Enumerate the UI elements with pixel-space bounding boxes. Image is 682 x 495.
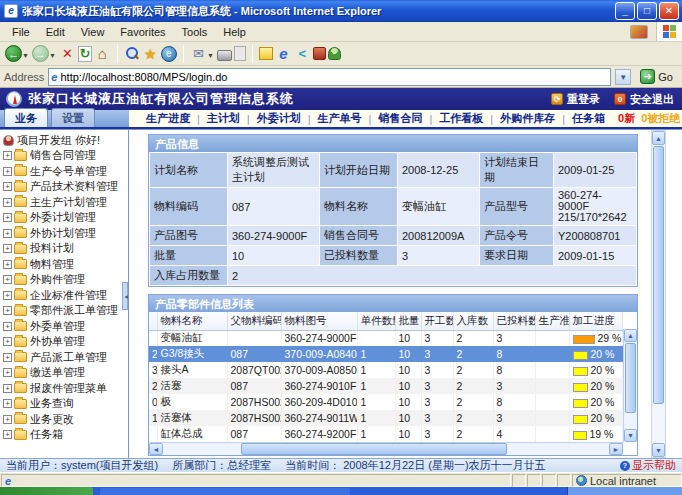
- expand-icon[interactable]: +: [3, 337, 12, 346]
- scroll-up-icon[interactable]: ▲: [624, 329, 637, 342]
- menu-item-file[interactable]: File: [4, 24, 38, 40]
- table-row[interactable]: 2活塞087360-274-9010F11032320 %: [149, 378, 623, 394]
- sidebar-item-7[interactable]: +物料管理: [2, 257, 128, 273]
- sidebar-item-1[interactable]: +生产令号单管理: [2, 164, 128, 180]
- sidebar-item-4[interactable]: +外委计划管理: [2, 210, 128, 226]
- main-vertical-scrollbar[interactable]: ▲ ▼: [651, 130, 666, 458]
- scroll-thumb[interactable]: [653, 146, 664, 404]
- column-header[interactable]: 批量: [395, 312, 421, 330]
- edit-icon[interactable]: [234, 46, 246, 61]
- close-button[interactable]: ✕: [659, 2, 679, 20]
- expand-icon[interactable]: +: [3, 260, 12, 269]
- scroll-left-icon[interactable]: ◄: [149, 443, 163, 455]
- mail-icon[interactable]: ✉▼: [190, 45, 215, 62]
- dropdown-arrow-icon[interactable]: ▼: [22, 52, 29, 59]
- messenger-icon[interactable]: [328, 47, 341, 60]
- table-row[interactable]: 2G3/8接头087370-009-A084011032820 %: [149, 346, 623, 362]
- address-dropdown-icon[interactable]: ▼: [615, 69, 631, 85]
- scroll-down-icon[interactable]: ▼: [652, 443, 665, 457]
- parts-vertical-scrollbar[interactable]: ▲ ▼: [623, 329, 637, 442]
- expand-icon[interactable]: +: [3, 430, 12, 439]
- sidebar-item-5[interactable]: +外协计划管理: [2, 226, 128, 242]
- discuss-icon[interactable]: [259, 47, 273, 60]
- scroll-right-icon[interactable]: ►: [609, 443, 623, 455]
- sidebar-item-12[interactable]: +外协单管理: [2, 334, 128, 350]
- column-header[interactable]: 开工数: [421, 312, 453, 330]
- menu-item-help[interactable]: Help: [215, 24, 254, 40]
- expand-icon[interactable]: +: [3, 291, 12, 300]
- sidebar-item-2[interactable]: +产品技术资料管理: [2, 179, 128, 195]
- back-icon[interactable]: ←▼: [5, 45, 30, 62]
- sidebar-item-13[interactable]: +产品派工单管理: [2, 350, 128, 366]
- internet-icon[interactable]: e: [275, 45, 292, 62]
- favorites-icon[interactable]: ★: [142, 45, 159, 62]
- scroll-down-icon[interactable]: ▼: [624, 429, 637, 442]
- expand-icon[interactable]: +: [3, 275, 12, 284]
- nav-item-4[interactable]: 销售合同: [371, 111, 429, 126]
- research-icon[interactable]: [313, 47, 326, 60]
- msn-icon[interactable]: <: [294, 45, 311, 62]
- scroll-track[interactable]: [163, 443, 241, 455]
- dropdown-arrow-icon[interactable]: ▼: [49, 52, 56, 59]
- sidebar-item-18[interactable]: +任务箱: [2, 427, 128, 443]
- scroll-thumb[interactable]: [241, 443, 507, 455]
- expand-icon[interactable]: +: [3, 151, 12, 160]
- maximize-button[interactable]: □: [637, 2, 657, 20]
- expand-icon[interactable]: +: [3, 306, 12, 315]
- relogin-button[interactable]: ⟳ 重登录: [551, 92, 600, 107]
- table-row[interactable]: 1活塞体2087HS002360-274-9011W11032320 %: [149, 410, 623, 426]
- sidebar-item-8[interactable]: +外购件管理: [2, 272, 128, 288]
- parts-horizontal-scrollbar[interactable]: ◄ ►: [149, 442, 623, 455]
- address-input[interactable]: e http://localhost:8080/MPS/login.do: [48, 68, 611, 86]
- expand-icon[interactable]: +: [3, 353, 12, 362]
- sidebar-item-6[interactable]: +投料计划: [2, 241, 128, 257]
- taskbar-button[interactable]: [100, 488, 350, 495]
- column-header[interactable]: 已投料数: [493, 312, 535, 330]
- go-button[interactable]: ➜ Go: [635, 68, 678, 85]
- column-header[interactable]: 入库数: [453, 312, 493, 330]
- column-header[interactable]: 物料图号: [281, 312, 357, 330]
- menu-item-tools[interactable]: Tools: [174, 24, 216, 40]
- sidebar-item-17[interactable]: +业务更改: [2, 412, 128, 428]
- expand-icon[interactable]: +: [3, 322, 12, 331]
- column-header[interactable]: 生产准备: [535, 312, 569, 330]
- menu-item-favorites[interactable]: Favorites: [112, 24, 173, 40]
- sidebar-item-16[interactable]: +业务查询: [2, 396, 128, 412]
- column-header[interactable]: 物料名称: [157, 312, 227, 330]
- tab-settings[interactable]: 设置: [51, 108, 95, 127]
- expand-icon[interactable]: +: [3, 244, 12, 253]
- expand-icon[interactable]: +: [3, 167, 12, 176]
- sidebar-item-11[interactable]: +外委单管理: [2, 319, 128, 335]
- nav-item-1[interactable]: 主计划: [200, 111, 247, 126]
- expand-icon[interactable]: +: [3, 182, 12, 191]
- logout-button[interactable]: 0 安全退出: [614, 92, 674, 107]
- start-button[interactable]: [0, 487, 93, 495]
- expand-icon[interactable]: +: [3, 415, 12, 424]
- menu-item-view[interactable]: View: [73, 24, 113, 40]
- expand-icon[interactable]: +: [3, 229, 12, 238]
- search-icon[interactable]: [124, 46, 140, 62]
- stop-icon[interactable]: ✕: [59, 45, 76, 62]
- column-header[interactable]: [149, 312, 157, 330]
- table-row[interactable]: 缸体总成087360-274-9200F11032419 %: [149, 426, 623, 442]
- forward-icon[interactable]: →▼: [32, 45, 57, 62]
- column-header[interactable]: 单件数量: [357, 312, 395, 330]
- table-row[interactable]: 0极2087HS002360-209-4D01011032820 %: [149, 394, 623, 410]
- expand-icon[interactable]: +: [3, 399, 12, 408]
- show-help-link[interactable]: ? 显示帮助: [620, 458, 676, 472]
- scroll-thumb[interactable]: [625, 343, 636, 413]
- column-header[interactable]: 加工进度: [569, 312, 623, 330]
- sidebar-item-10[interactable]: +零部件派工单管理: [2, 303, 128, 319]
- menu-item-edit[interactable]: Edit: [38, 24, 73, 40]
- sidebar-collapse-handle[interactable]: ◄: [122, 282, 128, 310]
- scroll-up-icon[interactable]: ▲: [652, 131, 665, 145]
- minimize-button[interactable]: _: [615, 2, 635, 20]
- scroll-track[interactable]: [507, 443, 609, 455]
- sidebar-item-15[interactable]: +报废件管理菜单: [2, 381, 128, 397]
- expand-icon[interactable]: +: [3, 368, 12, 377]
- expand-icon[interactable]: +: [3, 198, 12, 207]
- windows-taskbar[interactable]: [0, 487, 682, 495]
- nav-item-6[interactable]: 外购件库存: [493, 111, 562, 126]
- nav-item-0[interactable]: 生产进度: [139, 111, 197, 126]
- dropdown-arrow-icon[interactable]: ▼: [207, 52, 214, 59]
